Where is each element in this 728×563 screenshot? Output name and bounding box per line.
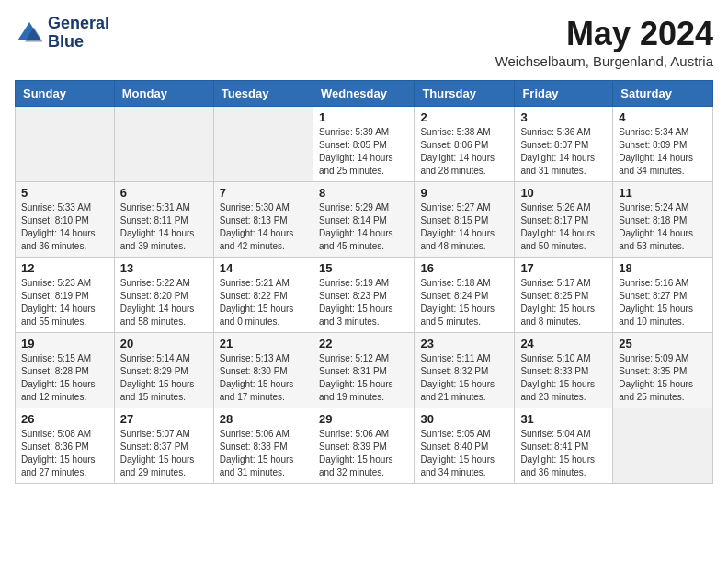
calendar-cell: 15Sunrise: 5:19 AMSunset: 8:23 PMDayligh…	[313, 258, 414, 333]
day-number: 16	[420, 261, 508, 275]
day-info: Sunrise: 5:15 AMSunset: 8:28 PMDaylight:…	[21, 352, 108, 404]
day-number: 24	[520, 337, 607, 350]
day-number: 27	[120, 412, 208, 426]
day-number: 25	[619, 337, 707, 350]
day-info: Sunrise: 5:30 AMSunset: 8:13 PMDaylight:…	[220, 201, 307, 253]
calendar-cell: 14Sunrise: 5:21 AMSunset: 8:22 PMDayligh…	[213, 258, 313, 333]
weekday-header-sunday: Sunday	[16, 81, 115, 107]
day-info: Sunrise: 5:33 AMSunset: 8:10 PMDaylight:…	[21, 201, 108, 253]
day-info: Sunrise: 5:31 AMSunset: 8:11 PMDaylight:…	[120, 201, 208, 253]
calendar-cell: 26Sunrise: 5:08 AMSunset: 8:36 PMDayligh…	[16, 408, 115, 484]
calendar-cell: 20Sunrise: 5:14 AMSunset: 8:29 PMDayligh…	[114, 333, 213, 408]
day-number: 8	[319, 186, 408, 200]
day-number: 7	[220, 186, 307, 200]
day-info: Sunrise: 5:22 AMSunset: 8:20 PMDaylight:…	[120, 277, 208, 328]
day-number: 5	[21, 186, 108, 200]
calendar-week-row: 26Sunrise: 5:08 AMSunset: 8:36 PMDayligh…	[16, 408, 713, 484]
day-info: Sunrise: 5:29 AMSunset: 8:14 PMDaylight:…	[319, 201, 408, 253]
calendar-cell: 11Sunrise: 5:24 AMSunset: 8:18 PMDayligh…	[613, 182, 713, 258]
day-info: Sunrise: 5:39 AMSunset: 8:05 PMDaylight:…	[319, 126, 408, 178]
day-number: 10	[520, 186, 607, 200]
day-number: 18	[619, 261, 707, 275]
calendar-cell: 10Sunrise: 5:26 AMSunset: 8:17 PMDayligh…	[515, 182, 613, 258]
day-info: Sunrise: 5:05 AMSunset: 8:40 PMDaylight:…	[420, 428, 508, 479]
calendar-cell: 12Sunrise: 5:23 AMSunset: 8:19 PMDayligh…	[16, 258, 115, 333]
logo-icon	[15, 18, 44, 48]
calendar-cell: 22Sunrise: 5:12 AMSunset: 8:31 PMDayligh…	[313, 333, 414, 408]
calendar-cell: 17Sunrise: 5:17 AMSunset: 8:25 PMDayligh…	[515, 258, 613, 333]
day-info: Sunrise: 5:24 AMSunset: 8:18 PMDaylight:…	[619, 201, 707, 253]
calendar-cell: 28Sunrise: 5:06 AMSunset: 8:38 PMDayligh…	[213, 408, 313, 484]
location-subtitle: Weichselbaum, Burgenland, Austria	[495, 53, 713, 69]
day-info: Sunrise: 5:06 AMSunset: 8:39 PMDaylight:…	[319, 428, 408, 479]
calendar-cell: 7Sunrise: 5:30 AMSunset: 8:13 PMDaylight…	[213, 182, 313, 258]
day-number: 13	[120, 261, 208, 275]
calendar-cell: 29Sunrise: 5:06 AMSunset: 8:39 PMDayligh…	[313, 408, 414, 484]
calendar-week-row: 12Sunrise: 5:23 AMSunset: 8:19 PMDayligh…	[16, 258, 713, 333]
weekday-header-saturday: Saturday	[613, 81, 713, 107]
day-info: Sunrise: 5:14 AMSunset: 8:29 PMDaylight:…	[120, 352, 208, 404]
weekday-header-row: SundayMondayTuesdayWednesdayThursdayFrid…	[16, 81, 713, 107]
calendar-cell: 21Sunrise: 5:13 AMSunset: 8:30 PMDayligh…	[213, 333, 313, 408]
day-info: Sunrise: 5:12 AMSunset: 8:31 PMDaylight:…	[319, 352, 408, 404]
day-info: Sunrise: 5:04 AMSunset: 8:41 PMDaylight:…	[520, 428, 607, 479]
day-number: 11	[619, 186, 707, 200]
title-block: May 2024 Weichselbaum, Burgenland, Austr…	[495, 15, 713, 69]
calendar-cell: 16Sunrise: 5:18 AMSunset: 8:24 PMDayligh…	[415, 258, 515, 333]
day-number: 14	[220, 261, 307, 275]
day-info: Sunrise: 5:38 AMSunset: 8:06 PMDaylight:…	[420, 126, 508, 178]
day-number: 30	[420, 412, 508, 426]
calendar-cell: 27Sunrise: 5:07 AMSunset: 8:37 PMDayligh…	[114, 408, 213, 484]
day-number: 9	[420, 186, 508, 200]
day-info: Sunrise: 5:13 AMSunset: 8:30 PMDaylight:…	[220, 352, 307, 404]
calendar-cell: 23Sunrise: 5:11 AMSunset: 8:32 PMDayligh…	[415, 333, 515, 408]
calendar-cell: 30Sunrise: 5:05 AMSunset: 8:40 PMDayligh…	[415, 408, 515, 484]
day-info: Sunrise: 5:10 AMSunset: 8:33 PMDaylight:…	[520, 352, 607, 404]
calendar-cell: 2Sunrise: 5:38 AMSunset: 8:06 PMDaylight…	[415, 107, 515, 182]
logo: General Blue	[15, 15, 109, 52]
day-number: 21	[220, 337, 307, 350]
logo-line1: General	[48, 15, 109, 33]
weekday-header-tuesday: Tuesday	[213, 81, 313, 107]
day-number: 19	[21, 337, 108, 350]
calendar-week-row: 1Sunrise: 5:39 AMSunset: 8:05 PMDaylight…	[16, 107, 713, 182]
day-number: 20	[120, 337, 208, 350]
calendar-cell: 6Sunrise: 5:31 AMSunset: 8:11 PMDaylight…	[114, 182, 213, 258]
calendar-cell	[613, 408, 713, 484]
calendar-cell: 9Sunrise: 5:27 AMSunset: 8:15 PMDaylight…	[415, 182, 515, 258]
day-number: 31	[520, 412, 607, 426]
day-number: 15	[319, 261, 408, 275]
day-info: Sunrise: 5:19 AMSunset: 8:23 PMDaylight:…	[319, 277, 408, 328]
day-info: Sunrise: 5:07 AMSunset: 8:37 PMDaylight:…	[120, 428, 208, 479]
day-number: 29	[319, 412, 408, 426]
calendar-cell: 13Sunrise: 5:22 AMSunset: 8:20 PMDayligh…	[114, 258, 213, 333]
day-info: Sunrise: 5:11 AMSunset: 8:32 PMDaylight:…	[420, 352, 508, 404]
calendar-cell: 24Sunrise: 5:10 AMSunset: 8:33 PMDayligh…	[515, 333, 613, 408]
calendar-cell: 8Sunrise: 5:29 AMSunset: 8:14 PMDaylight…	[313, 182, 414, 258]
day-number: 3	[520, 110, 607, 124]
day-number: 22	[319, 337, 408, 350]
calendar-cell: 25Sunrise: 5:09 AMSunset: 8:35 PMDayligh…	[613, 333, 713, 408]
weekday-header-friday: Friday	[515, 81, 613, 107]
calendar-cell: 4Sunrise: 5:34 AMSunset: 8:09 PMDaylight…	[613, 107, 713, 182]
calendar-table: SundayMondayTuesdayWednesdayThursdayFrid…	[15, 80, 713, 484]
day-info: Sunrise: 5:18 AMSunset: 8:24 PMDaylight:…	[420, 277, 508, 328]
day-number: 6	[120, 186, 208, 200]
day-info: Sunrise: 5:06 AMSunset: 8:38 PMDaylight:…	[220, 428, 307, 479]
day-info: Sunrise: 5:27 AMSunset: 8:15 PMDaylight:…	[420, 201, 508, 253]
calendar-week-row: 19Sunrise: 5:15 AMSunset: 8:28 PMDayligh…	[16, 333, 713, 408]
month-title: May 2024	[495, 15, 713, 53]
header: General Blue May 2024 Weichselbaum, Burg…	[15, 15, 713, 69]
logo-line2: Blue	[48, 33, 109, 52]
day-info: Sunrise: 5:09 AMSunset: 8:35 PMDaylight:…	[619, 352, 707, 404]
day-info: Sunrise: 5:16 AMSunset: 8:27 PMDaylight:…	[619, 277, 707, 328]
day-number: 1	[319, 110, 408, 124]
calendar-cell: 5Sunrise: 5:33 AMSunset: 8:10 PMDaylight…	[16, 182, 115, 258]
calendar-cell: 31Sunrise: 5:04 AMSunset: 8:41 PMDayligh…	[515, 408, 613, 484]
calendar-cell: 3Sunrise: 5:36 AMSunset: 8:07 PMDaylight…	[515, 107, 613, 182]
calendar-cell	[114, 107, 213, 182]
day-number: 26	[21, 412, 108, 426]
day-number: 28	[220, 412, 307, 426]
day-info: Sunrise: 5:17 AMSunset: 8:25 PMDaylight:…	[520, 277, 607, 328]
day-number: 12	[21, 261, 108, 275]
